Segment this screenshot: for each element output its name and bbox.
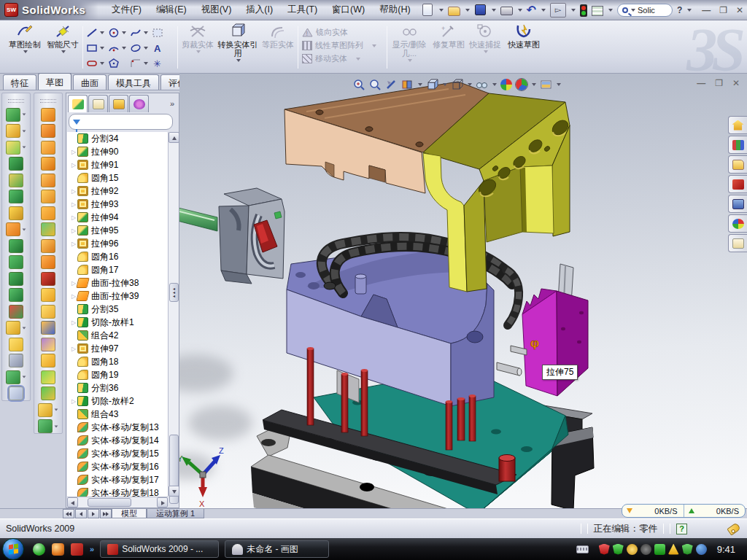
elbow-button[interactable]: [41, 255, 55, 269]
axis-button[interactable]: [9, 354, 23, 368]
previous-view-icon[interactable]: [385, 79, 398, 90]
section-view-icon[interactable]: [401, 79, 414, 90]
scene-icon[interactable]: [516, 79, 527, 90]
pattern-button[interactable]: [6, 222, 26, 236]
select-dropdown-icon[interactable]: [571, 9, 576, 12]
sync-blocked-icon[interactable]: [696, 544, 707, 555]
hide-show-icon[interactable]: [476, 79, 488, 90]
rib-button[interactable]: [9, 157, 23, 171]
view-settings-dropdown-icon[interactable]: [557, 83, 561, 86]
tree-item[interactable]: 实体-移动/复制16: [67, 460, 168, 473]
expand-icon[interactable]: ▷: [70, 162, 77, 168]
command-tab[interactable]: 草图: [38, 73, 71, 90]
draft-button[interactable]: [9, 190, 23, 203]
tree-item[interactable]: ▷ 拉伸90: [67, 145, 168, 158]
tree-item[interactable]: 实体-移动/复制17: [67, 473, 168, 486]
tab-scroll-next[interactable]: [88, 509, 99, 518]
print-icon[interactable]: [500, 7, 513, 15]
face-button[interactable]: [41, 206, 55, 220]
panel-splitter-handle[interactable]: ◂◂◂: [169, 283, 179, 302]
antivirus-icon[interactable]: [599, 544, 610, 555]
tree-item[interactable]: ▷ 切除-放样1: [67, 316, 168, 329]
expand-icon[interactable]: ▷: [70, 228, 77, 234]
arc-tool[interactable]: [108, 43, 130, 53]
panel-tabs-overflow[interactable]: »: [170, 99, 177, 108]
menu-item[interactable]: 窗口(W): [325, 2, 372, 18]
options-dropdown-icon[interactable]: [608, 9, 613, 12]
phone-icon[interactable]: [654, 544, 665, 555]
tree-item[interactable]: ▷ 切除-放样2: [67, 394, 168, 408]
expand-icon[interactable]: ▷: [70, 346, 77, 352]
tree-item[interactable]: 圆角19: [67, 368, 168, 381]
appearances-icon[interactable]: [500, 79, 512, 90]
menu-item[interactable]: 工具(T): [280, 2, 325, 18]
scene-dropdown-icon[interactable]: [532, 83, 536, 86]
menu-item[interactable]: 视图(V): [194, 2, 239, 18]
sparkle-button[interactable]: [6, 321, 26, 335]
downloader-icon[interactable]: [52, 543, 64, 556]
tree-item[interactable]: 实体-移动/复制13: [67, 421, 168, 434]
pinwheel-button[interactable]: [41, 174, 55, 187]
doc-close-button[interactable]: ✕: [732, 78, 740, 88]
configurationmanager-tab[interactable]: [109, 95, 128, 112]
polygon-tool[interactable]: [108, 58, 130, 69]
rectangle-tool[interactable]: [86, 43, 108, 53]
tree-item[interactable]: 组合42: [67, 329, 168, 342]
help-dropdown-icon[interactable]: [687, 9, 692, 12]
open-icon[interactable]: [448, 7, 460, 16]
boss-button[interactable]: [9, 255, 23, 269]
hide-show-dropdown-icon[interactable]: [492, 83, 497, 86]
scroll-down-button[interactable]: [169, 486, 179, 497]
tree-item[interactable]: ▷ 拉伸92: [67, 184, 168, 198]
tree-item[interactable]: 分割35: [67, 303, 168, 316]
start-button[interactable]: [2, 538, 24, 560]
mirror-button[interactable]: [9, 239, 23, 253]
undo-dropdown-icon[interactable]: [541, 9, 546, 12]
expand-icon[interactable]: ▷: [70, 319, 77, 326]
tree-horizontal-scrollbar[interactable]: [67, 497, 168, 508]
tree-item[interactable]: 分割36: [67, 381, 168, 394]
defender-icon[interactable]: [682, 544, 693, 555]
expand-icon[interactable]: ▷: [70, 241, 77, 247]
instant3d-button[interactable]: [9, 386, 23, 400]
display-delete-relations-button[interactable]: 显示/删除几...: [390, 23, 428, 62]
move-entities-button[interactable]: 移动实体: [302, 53, 376, 64]
text-tool[interactable]: A: [152, 43, 174, 53]
smart-dimension-button[interactable]: 智能尺寸: [45, 23, 80, 53]
sketch-button[interactable]: 草图绘制: [6, 23, 44, 53]
command-tab[interactable]: 模具工具: [108, 74, 159, 90]
taskbar-task-paint[interactable]: 未命名 - 画图: [225, 540, 329, 558]
tree-filter-box[interactable]: [69, 114, 173, 130]
new-dropdown-icon[interactable]: [439, 9, 444, 12]
dome-button[interactable]: [41, 386, 55, 400]
repair-sketch-button[interactable]: + 修复草图: [432, 23, 465, 49]
command-tab[interactable]: 曲面: [73, 74, 107, 90]
sparkle2-button[interactable]: [38, 403, 58, 417]
expand-icon[interactable]: ▷: [70, 214, 77, 221]
restore-button[interactable]: ❐: [719, 5, 727, 15]
tree-item[interactable]: 圆角16: [67, 250, 168, 263]
tree-item[interactable]: ▷ 拉伸97: [67, 342, 168, 355]
zoom-fit-icon[interactable]: [353, 79, 365, 90]
quick-snaps-button[interactable]: 快速捕捉: [468, 23, 502, 53]
tree-item[interactable]: ▷ 拉伸91: [67, 158, 168, 171]
expand-icon[interactable]: ▷: [70, 201, 77, 208]
select-box-tool[interactable]: [152, 28, 174, 38]
minimize-button[interactable]: —: [702, 5, 711, 15]
scroll-right-button[interactable]: [157, 497, 168, 508]
tree-item[interactable]: ▷ 曲面-拉伸38: [67, 276, 168, 289]
wrap-button[interactable]: [9, 206, 23, 220]
view-palette-tab[interactable]: [728, 195, 747, 213]
point-tool[interactable]: ✳: [152, 58, 174, 69]
keyboard-layout-icon[interactable]: [576, 545, 589, 553]
tree-item[interactable]: 实体-移动/复制14: [67, 434, 168, 447]
tab-scroll-last[interactable]: [100, 509, 112, 518]
menu-item[interactable]: 编辑(E): [149, 2, 194, 18]
extruded-boss-button[interactable]: [6, 108, 26, 122]
resources-tab[interactable]: [728, 116, 747, 134]
security-shield-icon[interactable]: [613, 544, 624, 555]
search-input[interactable]: Solic: [638, 6, 655, 15]
view-orientation-icon[interactable]: [451, 79, 463, 90]
doc-restore-button[interactable]: ❐: [715, 78, 723, 88]
flag-button[interactable]: [41, 338, 55, 351]
